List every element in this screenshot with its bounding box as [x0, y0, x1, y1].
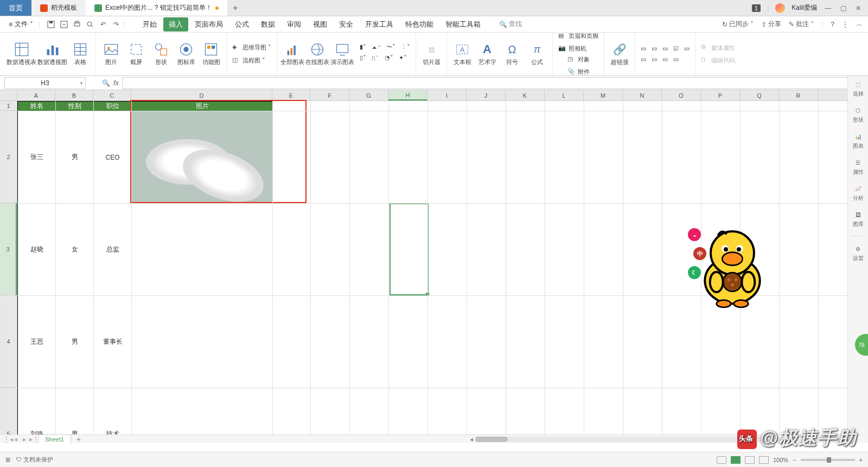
view-normal-icon[interactable] — [731, 456, 741, 464]
function-chart-button[interactable]: 功能图 — [199, 42, 223, 66]
chart-col-icon[interactable]: ▯˅ — [358, 53, 368, 62]
col-header-H[interactable]: H — [388, 90, 427, 100]
doc-protect-status[interactable]: 🛡 文档未保护 — [16, 456, 53, 464]
col-header-N[interactable]: N — [623, 90, 662, 100]
sidepanel-选择[interactable]: ⬚选择 — [853, 79, 864, 98]
tab-home[interactable]: 首页 — [0, 0, 31, 16]
col-header-K[interactable]: K — [506, 90, 545, 100]
table-button[interactable]: 表格 — [68, 42, 92, 66]
sidepanel-设置[interactable]: ⚙设置 — [853, 244, 864, 262]
search-commands[interactable]: 🔍查找 — [499, 20, 522, 29]
col-header-J[interactable]: J — [467, 90, 506, 100]
picture-button[interactable]: 图片 — [99, 42, 123, 66]
chart-stock-icon[interactable]: ⎍˅ — [369, 53, 381, 62]
ribbon-tab-1[interactable]: 插入 — [163, 17, 188, 31]
sidepanel-图库[interactable]: 🖼图库 — [853, 210, 864, 228]
ribbon-tab-9[interactable]: 特色功能 — [400, 17, 439, 31]
form-ctrl-icon[interactable]: ▭ — [639, 44, 648, 53]
name-box[interactable]: H3 — [4, 77, 86, 89]
table-cell[interactable]: 男 — [56, 296, 94, 388]
embedded-photo[interactable] — [132, 111, 272, 203]
duck-sticker[interactable] — [689, 223, 776, 310]
sheet-nav-last[interactable]: ▸⋮ — [29, 436, 37, 443]
view-reading-icon[interactable] — [717, 456, 726, 464]
file-menu[interactable]: ≡ 文件 ˅ — [5, 18, 36, 30]
shapes-button[interactable]: 形状 — [149, 42, 173, 66]
sidepanel-属性[interactable]: ☰属性 — [853, 157, 864, 176]
user-name[interactable]: Kaili爱编 — [792, 3, 817, 12]
table-cell[interactable]: 董事长 — [94, 296, 132, 388]
pivot-chart-button[interactable]: 数据透视图 — [37, 42, 67, 66]
equation-button[interactable]: π公式 — [525, 42, 549, 66]
user-avatar[interactable] — [775, 3, 785, 13]
chart-scatter-icon[interactable]: ⋮˅ — [399, 42, 412, 52]
online-charts-button[interactable]: 在线图表 — [305, 42, 329, 66]
table-cell[interactable]: 女 — [56, 204, 94, 296]
ime-badge-3[interactable]: ☾ — [688, 266, 701, 279]
table-cell[interactable] — [132, 296, 273, 388]
chart-radar-icon[interactable]: ✦˅ — [397, 53, 409, 62]
sheet-nav-prev[interactable]: ◂ — [12, 436, 20, 443]
mindmap-button[interactable]: ◈思维导图 ˅ — [230, 42, 273, 53]
new-tab-button[interactable]: + — [227, 0, 244, 16]
pivot-table-button[interactable]: 数据透视表 — [7, 42, 36, 66]
minimize-button[interactable]: — — [824, 4, 832, 12]
table-cell[interactable] — [132, 111, 273, 204]
chart-bar-icon[interactable]: ▮˅ — [358, 42, 368, 52]
undo-icon[interactable]: ↶ — [99, 20, 107, 29]
object-button[interactable]: ◳对象 — [565, 54, 592, 65]
col-header-R[interactable]: R — [779, 90, 818, 100]
table-cell[interactable]: 总监 — [94, 204, 132, 296]
col-header-B[interactable]: B — [55, 90, 93, 100]
table-cell[interactable]: 张三 — [18, 111, 56, 204]
col-header-F[interactable]: F — [310, 90, 349, 100]
sidepanel-分析[interactable]: 📈分析 — [853, 184, 864, 202]
horizontal-scrollbar[interactable]: ◂▸ — [468, 435, 847, 443]
all-charts-button[interactable]: 全部图表 — [280, 42, 304, 66]
ribbon-tab-6[interactable]: 视图 — [308, 17, 333, 31]
demo-charts-button[interactable]: 演示图表 — [330, 42, 354, 66]
col-header-P[interactable]: P — [701, 90, 740, 100]
add-sheet-button[interactable]: + — [72, 435, 85, 444]
table-cell[interactable] — [132, 204, 273, 296]
sidepanel-形状[interactable]: ⬠形状 — [853, 105, 864, 124]
sidepanel-图表[interactable]: 📊图表 — [853, 131, 864, 150]
table-cell[interactable]: 王思 — [18, 296, 56, 388]
table-cell[interactable]: 赵晓 — [18, 204, 56, 296]
sync-status[interactable]: ↻ 已同步 ˅ — [722, 20, 754, 29]
symbol-button[interactable]: Ω符号 — [500, 42, 524, 66]
table-cell[interactable]: 男 — [56, 111, 94, 204]
ribbon-tab-0[interactable]: 开始 — [137, 17, 162, 31]
help-icon[interactable]: ? — [831, 21, 834, 28]
attachment-button[interactable]: 📎附件 — [565, 67, 592, 78]
ribbon-tab-4[interactable]: 数据 — [256, 17, 280, 31]
row-header-4[interactable]: 4 — [0, 295, 17, 388]
close-button[interactable]: ✕ — [854, 4, 863, 12]
ribbon-tab-5[interactable]: 审阅 — [282, 17, 307, 31]
tab-templates[interactable]: 稻壳模板 — [31, 0, 86, 16]
more-icon[interactable]: ⋮ — [842, 21, 848, 28]
maximize-button[interactable]: ▢ — [839, 4, 847, 12]
flowchart-button[interactable]: ◫流程图 ˅ — [230, 55, 273, 66]
camera-button[interactable]: 📷照相机 — [556, 43, 601, 54]
view-page-icon[interactable] — [745, 456, 755, 464]
col-header-G[interactable]: G — [349, 90, 388, 100]
share-button[interactable]: ⇪ 分享 — [761, 20, 781, 29]
sheet-nav-next[interactable]: ▸ — [21, 436, 28, 443]
fx-icon[interactable]: fx — [113, 79, 119, 87]
header-footer-button[interactable]: ▤页眉和页脚 — [556, 31, 601, 42]
row-header-3[interactable]: 3 — [0, 203, 17, 295]
chart-pie-icon[interactable]: ◔˅ — [382, 53, 395, 62]
col-header-I[interactable]: I — [427, 90, 467, 100]
zoom-slider[interactable] — [801, 459, 855, 461]
notification-badge[interactable]: 1 — [752, 4, 761, 12]
ime-badge-2[interactable]: 中 — [693, 247, 706, 260]
fx-search-icon[interactable]: 🔍 — [102, 79, 110, 87]
col-header-C[interactable]: C — [93, 90, 131, 100]
view-break-icon[interactable] — [759, 456, 769, 464]
collapse-ribbon-icon[interactable]: ︿ — [856, 20, 863, 29]
tab-current-doc[interactable]: Excel中的图片... ? 锁定技巧超简单！ — [86, 0, 227, 16]
zoom-in-icon[interactable]: + — [859, 457, 863, 463]
formula-input[interactable] — [122, 77, 863, 89]
col-header-L[interactable]: L — [545, 90, 584, 100]
